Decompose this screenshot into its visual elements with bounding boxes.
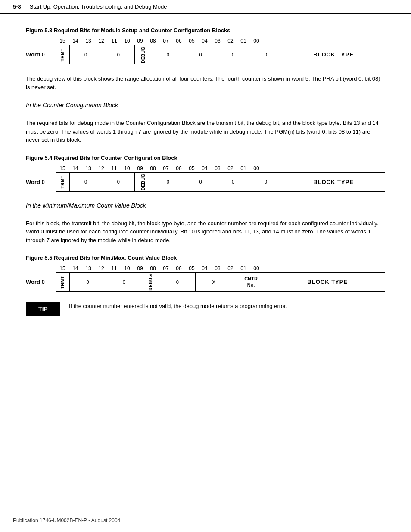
figure-5-3-table: TRMT00DEBUG0000BLOCK TYPE xyxy=(56,45,385,64)
bit-number: 00 xyxy=(250,265,263,271)
table-cell: BLOCK TYPE xyxy=(270,273,385,292)
page-footer: Publication 1746-UM002B-EN-P - August 20… xyxy=(13,517,398,523)
italic-heading-2: In the Minimum/Maximum Count Value Block xyxy=(26,202,385,209)
body-text-1: The debug view of this block shows the r… xyxy=(26,75,385,91)
page-header: 5-8 Start Up, Operation, Troubleshooting… xyxy=(0,0,411,14)
word0-label-3: Word 0 xyxy=(26,272,56,292)
table-cell: 0 xyxy=(184,172,217,191)
bit-number: 09 xyxy=(134,265,146,271)
footer-text: Publication 1746-UM002B-EN-P - August 20… xyxy=(13,517,120,523)
bit-number: 01 xyxy=(237,265,250,271)
bit-number: 05 xyxy=(185,38,198,44)
bit-number: 14 xyxy=(69,38,82,44)
bit-number: 12 xyxy=(95,165,108,171)
header-title: Start Up, Operation, Troubleshooting, an… xyxy=(30,3,167,10)
table-cell: 0 xyxy=(217,172,249,191)
bit-number: 10 xyxy=(121,165,134,171)
figure-5-3-row: Word 0 TRMT00DEBUG0000BLOCK TYPE xyxy=(26,45,385,64)
body-text-3: For this block, the transmit bit, the de… xyxy=(26,219,385,245)
bit-numbers-3: 15141312111009080706050403020100 xyxy=(56,265,385,271)
tip-text: If the counter number entered is not val… xyxy=(69,302,287,311)
bit-number: 04 xyxy=(198,165,211,171)
table-cell: DEBUG xyxy=(135,45,152,64)
table-cell: 0 xyxy=(106,273,142,292)
bit-number: 08 xyxy=(146,165,159,171)
tip-box: TIP If the counter number entered is not… xyxy=(26,302,385,316)
table-cell: 0 xyxy=(69,172,102,191)
table-cell: 0 xyxy=(249,172,282,191)
figure-5-5-table: TRMT00DEBUG0XCNTRNo.BLOCK TYPE xyxy=(56,272,385,292)
bit-number: 07 xyxy=(159,165,172,171)
bit-number: 00 xyxy=(250,165,263,171)
table-cell: X xyxy=(196,273,232,292)
figure-5-3: Figure 5.3 Required Bits for Module Setu… xyxy=(26,27,385,64)
table-cell: BLOCK TYPE xyxy=(282,172,385,191)
table-cell: 0 xyxy=(102,45,135,64)
table-cell: TRMT xyxy=(56,172,70,191)
table-cell: 0 xyxy=(152,172,184,191)
bit-number: 02 xyxy=(224,38,237,44)
bit-number: 08 xyxy=(146,38,159,44)
figure-5-4-row: Word 0 TRMT00DEBUG0000BLOCK TYPE xyxy=(26,172,385,192)
table-cell: 0 xyxy=(69,45,102,64)
page-number: 5-8 xyxy=(13,3,21,10)
bit-number: 07 xyxy=(159,38,172,44)
figure-5-5: Figure 5.5 Required Bits for Min./Max. C… xyxy=(26,255,385,292)
table-cell: BLOCK TYPE xyxy=(282,45,385,64)
table-cell: DEBUG xyxy=(142,273,159,292)
figure-5-4: Figure 5.4 Required Bits for Counter Con… xyxy=(26,155,385,192)
bit-number: 06 xyxy=(172,38,185,44)
bit-number: 12 xyxy=(95,265,108,271)
bit-number: 13 xyxy=(82,265,95,271)
bit-numbers-1: 15141312111009080706050403020100 xyxy=(56,38,385,44)
word0-label-1: Word 0 xyxy=(26,45,56,64)
bit-number: 14 xyxy=(69,165,82,171)
tip-label: TIP xyxy=(26,302,60,316)
figure-5-5-title: Figure 5.5 Required Bits for Min./Max. C… xyxy=(26,255,385,261)
bit-number: 13 xyxy=(82,165,95,171)
bit-number: 04 xyxy=(198,38,211,44)
bit-number: 05 xyxy=(185,165,198,171)
table-cell: 0 xyxy=(152,45,184,64)
bit-number: 15 xyxy=(56,265,69,271)
figure-5-4-title: Figure 5.4 Required Bits for Counter Con… xyxy=(26,155,385,161)
figure-5-5-row: Word 0 TRMT00DEBUG0XCNTRNo.BLOCK TYPE xyxy=(26,272,385,292)
bit-number: 10 xyxy=(121,38,134,44)
bit-number: 08 xyxy=(146,265,159,271)
bit-number: 11 xyxy=(108,265,121,271)
bit-number: 15 xyxy=(56,165,69,171)
table-cell: DEBUG xyxy=(135,172,152,191)
figure-5-3-title: Figure 5.3 Required Bits for Module Setu… xyxy=(26,27,385,34)
body-text-2: The required bits for debug mode in the … xyxy=(26,119,385,144)
table-cell: 0 xyxy=(249,45,282,64)
bit-number: 14 xyxy=(69,265,82,271)
page: 5-8 Start Up, Operation, Troubleshooting… xyxy=(0,0,411,532)
bit-number: 03 xyxy=(211,38,224,44)
bit-number: 12 xyxy=(95,38,108,44)
bit-number: 09 xyxy=(134,38,146,44)
bit-number: 03 xyxy=(211,265,224,271)
figure-5-4-table: TRMT00DEBUG0000BLOCK TYPE xyxy=(56,172,385,192)
table-cell: TRMT xyxy=(56,45,70,64)
table-cell: TRMT xyxy=(56,273,70,292)
bit-number: 13 xyxy=(82,38,95,44)
table-cell: 0 xyxy=(102,172,135,191)
table-cell: 0 xyxy=(184,45,217,64)
table-cell: 0 xyxy=(159,273,196,292)
bit-number: 02 xyxy=(224,165,237,171)
bit-number: 05 xyxy=(185,265,198,271)
italic-heading-1: In the Counter Configuration Block xyxy=(26,102,385,109)
bit-number: 07 xyxy=(159,265,172,271)
bit-number: 15 xyxy=(56,38,69,44)
bit-numbers-2: 15141312111009080706050403020100 xyxy=(56,165,385,171)
table-cell: 0 xyxy=(217,45,249,64)
table-cell: CNTRNo. xyxy=(232,273,270,292)
bit-number: 06 xyxy=(172,265,185,271)
content-area: Figure 5.3 Required Bits for Module Setu… xyxy=(0,14,411,339)
word0-label-2: Word 0 xyxy=(26,172,56,192)
bit-number: 01 xyxy=(237,38,250,44)
bit-number: 01 xyxy=(237,165,250,171)
bit-number: 06 xyxy=(172,165,185,171)
bit-number: 04 xyxy=(198,265,211,271)
bit-number: 00 xyxy=(250,38,263,44)
